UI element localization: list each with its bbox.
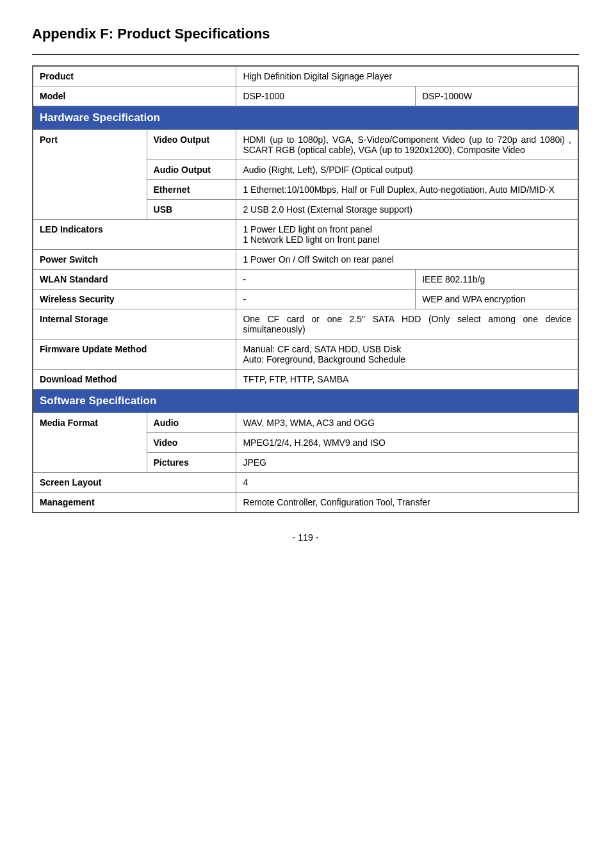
page-footer: - 119 -: [32, 532, 579, 543]
download-label: Download Method: [33, 370, 236, 389]
firmware-label: Firmware Update Method: [33, 340, 236, 370]
audio-output-label: Audio Output: [147, 160, 236, 180]
video-label: Video: [147, 433, 236, 453]
table-row-led: LED Indicators 1 Power LED light on fron…: [33, 220, 578, 250]
table-row-audio: Media Format Audio WAV, MP3, WMA, AC3 an…: [33, 413, 578, 433]
hardware-section-header: Hardware Specification: [33, 106, 578, 130]
product-value: High Definition Digital Signage Player: [236, 66, 578, 86]
table-row-internal-storage: Internal Storage One CF card or one 2.5"…: [33, 309, 578, 340]
audio-output-value: Audio (Right, Left), S/PDIF (Optical out…: [236, 160, 578, 180]
download-value: TFTP, FTP, HTTP, SAMBA: [236, 370, 578, 389]
management-label: Management: [33, 493, 236, 513]
pictures-label: Pictures: [147, 453, 236, 473]
ethernet-label: Ethernet: [147, 180, 236, 200]
software-section-header: Software Specification: [33, 389, 578, 413]
led-label: LED Indicators: [33, 220, 236, 250]
table-row-management: Management Remote Controller, Configurat…: [33, 493, 578, 513]
software-section-label: Software Specification: [33, 389, 578, 413]
internal-storage-value: One CF card or one 2.5" SATA HDD (Only s…: [236, 309, 578, 340]
table-row-model: Model DSP-1000 DSP-1000W: [33, 86, 578, 106]
screen-layout-value: 4: [236, 473, 578, 493]
wlan-dsp1000w: IEEE 802.11b/g: [416, 270, 578, 290]
model-dsp1000: DSP-1000: [236, 86, 416, 106]
table-row-video-output: Port Video Output HDMI (up to 1080p), VG…: [33, 130, 578, 160]
wireless-dsp1000w: WEP and WPA encryption: [416, 290, 578, 309]
title-divider: [32, 54, 579, 55]
product-label: Product: [33, 66, 236, 86]
video-output-label: Video Output: [147, 130, 236, 160]
model-dsp1000w: DSP-1000W: [416, 86, 578, 106]
media-label: Media Format: [33, 413, 147, 473]
table-row-wlan: WLAN Standard - IEEE 802.11b/g: [33, 270, 578, 290]
management-value: Remote Controller, Configuration Tool, T…: [236, 493, 578, 513]
firmware-value: Manual: CF card, SATA HDD, USB Disk Auto…: [236, 340, 578, 370]
port-label: Port: [33, 130, 147, 220]
internal-storage-label: Internal Storage: [33, 309, 236, 340]
led-value: 1 Power LED light on front panel 1 Netwo…: [236, 220, 578, 250]
table-row-product: Product High Definition Digital Signage …: [33, 66, 578, 86]
ethernet-value: 1 Ethernet:10/100Mbps, Half or Full Dupl…: [236, 180, 578, 200]
pictures-value: JPEG: [236, 453, 578, 473]
wireless-dsp1000: -: [236, 290, 416, 309]
usb-label: USB: [147, 200, 236, 220]
wlan-dsp1000: -: [236, 270, 416, 290]
spec-table: Product High Definition Digital Signage …: [32, 65, 579, 513]
hardware-section-label: Hardware Specification: [33, 106, 578, 130]
table-row-power-switch: Power Switch 1 Power On / Off Switch on …: [33, 250, 578, 270]
power-switch-label: Power Switch: [33, 250, 236, 270]
video-value: MPEG1/2/4, H.264, WMV9 and ISO: [236, 433, 578, 453]
page-title: Appendix F: Product Specifications: [32, 26, 579, 42]
table-row-download-method: Download Method TFTP, FTP, HTTP, SAMBA: [33, 370, 578, 389]
usb-value: 2 USB 2.0 Host (External Storage support…: [236, 200, 578, 220]
model-label: Model: [33, 86, 236, 106]
screen-layout-label: Screen Layout: [33, 473, 236, 493]
audio-label: Audio: [147, 413, 236, 433]
wlan-label: WLAN Standard: [33, 270, 236, 290]
table-row-wireless-security: Wireless Security - WEP and WPA encrypti…: [33, 290, 578, 309]
audio-value: WAV, MP3, WMA, AC3 and OGG: [236, 413, 578, 433]
wireless-label: Wireless Security: [33, 290, 236, 309]
table-row-screen-layout: Screen Layout 4: [33, 473, 578, 493]
video-output-value: HDMI (up to 1080p), VGA, S-Video/Compone…: [236, 130, 578, 160]
power-switch-value: 1 Power On / Off Switch on rear panel: [236, 250, 578, 270]
table-row-firmware: Firmware Update Method Manual: CF card, …: [33, 340, 578, 370]
